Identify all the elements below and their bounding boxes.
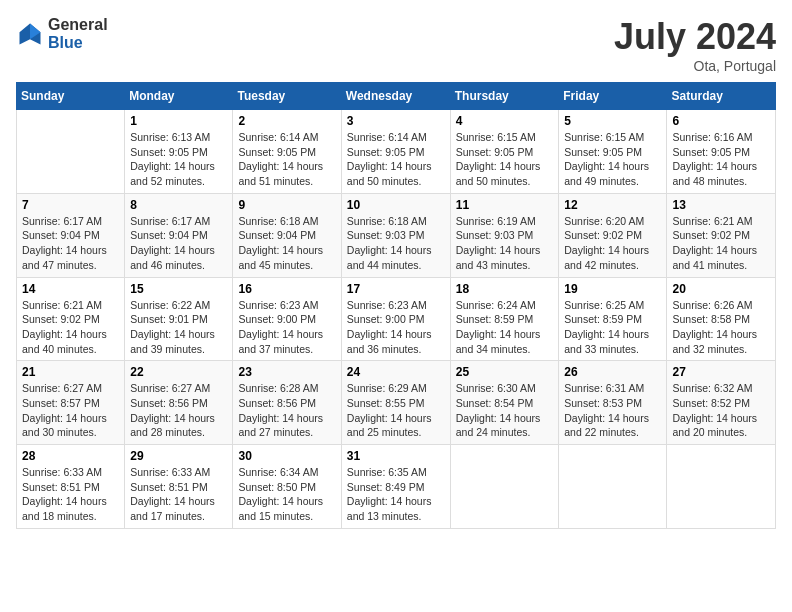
page-location: Ota, Portugal [614,58,776,74]
day-number: 5 [564,114,661,128]
day-number: 17 [347,282,445,296]
day-number: 12 [564,198,661,212]
day-number: 6 [672,114,770,128]
day-info: Sunrise: 6:28 AM Sunset: 8:56 PM Dayligh… [238,381,335,440]
day-info: Sunrise: 6:31 AM Sunset: 8:53 PM Dayligh… [564,381,661,440]
day-info: Sunrise: 6:27 AM Sunset: 8:57 PM Dayligh… [22,381,119,440]
day-number: 18 [456,282,554,296]
calendar-cell: 25Sunrise: 6:30 AM Sunset: 8:54 PM Dayli… [450,361,559,445]
day-number: 24 [347,365,445,379]
day-number: 3 [347,114,445,128]
calendar-week-1: 1Sunrise: 6:13 AM Sunset: 9:05 PM Daylig… [17,110,776,194]
day-info: Sunrise: 6:30 AM Sunset: 8:54 PM Dayligh… [456,381,554,440]
calendar-cell: 26Sunrise: 6:31 AM Sunset: 8:53 PM Dayli… [559,361,667,445]
day-number: 2 [238,114,335,128]
calendar-cell: 15Sunrise: 6:22 AM Sunset: 9:01 PM Dayli… [125,277,233,361]
calendar-cell: 14Sunrise: 6:21 AM Sunset: 9:02 PM Dayli… [17,277,125,361]
day-info: Sunrise: 6:18 AM Sunset: 9:04 PM Dayligh… [238,214,335,273]
day-number: 11 [456,198,554,212]
calendar-cell: 23Sunrise: 6:28 AM Sunset: 8:56 PM Dayli… [233,361,341,445]
calendar-cell: 17Sunrise: 6:23 AM Sunset: 9:00 PM Dayli… [341,277,450,361]
calendar-cell: 3Sunrise: 6:14 AM Sunset: 9:05 PM Daylig… [341,110,450,194]
day-info: Sunrise: 6:22 AM Sunset: 9:01 PM Dayligh… [130,298,227,357]
logo-general: General [48,16,108,34]
day-info: Sunrise: 6:21 AM Sunset: 9:02 PM Dayligh… [672,214,770,273]
column-header-friday: Friday [559,83,667,110]
day-number: 4 [456,114,554,128]
page-title: July 2024 [614,16,776,58]
day-number: 25 [456,365,554,379]
day-info: Sunrise: 6:25 AM Sunset: 8:59 PM Dayligh… [564,298,661,357]
day-info: Sunrise: 6:35 AM Sunset: 8:49 PM Dayligh… [347,465,445,524]
column-header-sunday: Sunday [17,83,125,110]
day-info: Sunrise: 6:19 AM Sunset: 9:03 PM Dayligh… [456,214,554,273]
calendar-cell: 20Sunrise: 6:26 AM Sunset: 8:58 PM Dayli… [667,277,776,361]
page-header: General Blue July 2024 Ota, Portugal [16,16,776,74]
day-number: 19 [564,282,661,296]
calendar-week-4: 21Sunrise: 6:27 AM Sunset: 8:57 PM Dayli… [17,361,776,445]
day-info: Sunrise: 6:34 AM Sunset: 8:50 PM Dayligh… [238,465,335,524]
column-header-wednesday: Wednesday [341,83,450,110]
calendar-week-5: 28Sunrise: 6:33 AM Sunset: 8:51 PM Dayli… [17,445,776,529]
day-info: Sunrise: 6:27 AM Sunset: 8:56 PM Dayligh… [130,381,227,440]
calendar-week-2: 7Sunrise: 6:17 AM Sunset: 9:04 PM Daylig… [17,193,776,277]
calendar-week-3: 14Sunrise: 6:21 AM Sunset: 9:02 PM Dayli… [17,277,776,361]
day-info: Sunrise: 6:17 AM Sunset: 9:04 PM Dayligh… [130,214,227,273]
day-number: 22 [130,365,227,379]
day-info: Sunrise: 6:16 AM Sunset: 9:05 PM Dayligh… [672,130,770,189]
calendar-cell [17,110,125,194]
day-number: 21 [22,365,119,379]
logo-text: General Blue [48,16,108,51]
day-number: 13 [672,198,770,212]
calendar-body: 1Sunrise: 6:13 AM Sunset: 9:05 PM Daylig… [17,110,776,529]
calendar-cell [559,445,667,529]
day-info: Sunrise: 6:14 AM Sunset: 9:05 PM Dayligh… [238,130,335,189]
day-info: Sunrise: 6:15 AM Sunset: 9:05 PM Dayligh… [456,130,554,189]
day-number: 28 [22,449,119,463]
day-number: 7 [22,198,119,212]
calendar-cell [667,445,776,529]
day-number: 30 [238,449,335,463]
day-number: 16 [238,282,335,296]
day-info: Sunrise: 6:13 AM Sunset: 9:05 PM Dayligh… [130,130,227,189]
calendar-cell: 8Sunrise: 6:17 AM Sunset: 9:04 PM Daylig… [125,193,233,277]
calendar-cell: 7Sunrise: 6:17 AM Sunset: 9:04 PM Daylig… [17,193,125,277]
day-info: Sunrise: 6:33 AM Sunset: 8:51 PM Dayligh… [130,465,227,524]
calendar-cell: 31Sunrise: 6:35 AM Sunset: 8:49 PM Dayli… [341,445,450,529]
calendar-cell [450,445,559,529]
column-header-thursday: Thursday [450,83,559,110]
day-number: 14 [22,282,119,296]
day-number: 15 [130,282,227,296]
day-info: Sunrise: 6:18 AM Sunset: 9:03 PM Dayligh… [347,214,445,273]
column-header-tuesday: Tuesday [233,83,341,110]
day-number: 8 [130,198,227,212]
calendar-cell: 4Sunrise: 6:15 AM Sunset: 9:05 PM Daylig… [450,110,559,194]
day-number: 26 [564,365,661,379]
day-number: 1 [130,114,227,128]
day-info: Sunrise: 6:24 AM Sunset: 8:59 PM Dayligh… [456,298,554,357]
calendar-cell: 12Sunrise: 6:20 AM Sunset: 9:02 PM Dayli… [559,193,667,277]
day-info: Sunrise: 6:14 AM Sunset: 9:05 PM Dayligh… [347,130,445,189]
day-info: Sunrise: 6:15 AM Sunset: 9:05 PM Dayligh… [564,130,661,189]
day-info: Sunrise: 6:17 AM Sunset: 9:04 PM Dayligh… [22,214,119,273]
day-number: 27 [672,365,770,379]
calendar-cell: 22Sunrise: 6:27 AM Sunset: 8:56 PM Dayli… [125,361,233,445]
calendar-cell: 13Sunrise: 6:21 AM Sunset: 9:02 PM Dayli… [667,193,776,277]
day-number: 20 [672,282,770,296]
day-number: 31 [347,449,445,463]
logo: General Blue [16,16,108,51]
day-number: 10 [347,198,445,212]
calendar-cell: 24Sunrise: 6:29 AM Sunset: 8:55 PM Dayli… [341,361,450,445]
day-number: 29 [130,449,227,463]
title-block: July 2024 Ota, Portugal [614,16,776,74]
calendar-cell: 16Sunrise: 6:23 AM Sunset: 9:00 PM Dayli… [233,277,341,361]
logo-icon [16,20,44,48]
day-info: Sunrise: 6:20 AM Sunset: 9:02 PM Dayligh… [564,214,661,273]
calendar-cell: 9Sunrise: 6:18 AM Sunset: 9:04 PM Daylig… [233,193,341,277]
calendar-cell: 5Sunrise: 6:15 AM Sunset: 9:05 PM Daylig… [559,110,667,194]
calendar-cell: 21Sunrise: 6:27 AM Sunset: 8:57 PM Dayli… [17,361,125,445]
calendar-cell: 11Sunrise: 6:19 AM Sunset: 9:03 PM Dayli… [450,193,559,277]
day-info: Sunrise: 6:21 AM Sunset: 9:02 PM Dayligh… [22,298,119,357]
calendar-cell: 2Sunrise: 6:14 AM Sunset: 9:05 PM Daylig… [233,110,341,194]
calendar-cell: 6Sunrise: 6:16 AM Sunset: 9:05 PM Daylig… [667,110,776,194]
